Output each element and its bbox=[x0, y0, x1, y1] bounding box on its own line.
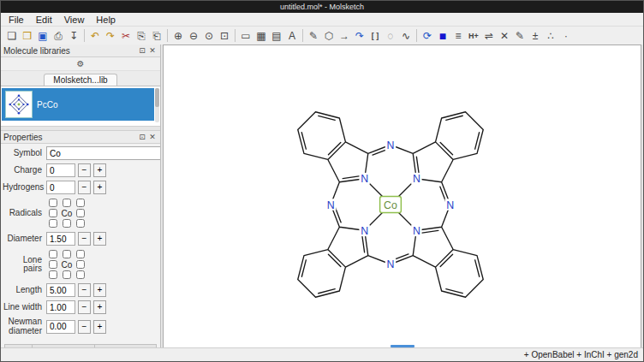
pcco-molecule[interactable]: N N N N N N N N bbox=[283, 97, 498, 312]
symbol-row: Symbol bbox=[3, 146, 157, 160]
export-button[interactable]: ↧ bbox=[66, 28, 81, 44]
drawing-canvas[interactable]: N N N N N N N N bbox=[163, 45, 641, 348]
pencil-button[interactable]: ✎ bbox=[512, 28, 528, 44]
lasso-tool-button[interactable]: ◌ bbox=[383, 28, 398, 44]
insert-image-button[interactable]: ▦ bbox=[253, 28, 269, 44]
diameter-increment-button[interactable]: + bbox=[93, 232, 106, 246]
newman-increment-button[interactable]: + bbox=[93, 320, 106, 334]
line-width-row: Line width − + bbox=[3, 300, 157, 314]
lone-pair-checkbox[interactable] bbox=[76, 250, 85, 258]
redo-button[interactable]: ↷ bbox=[103, 28, 118, 44]
library-item-pcco[interactable]: PcCo bbox=[2, 88, 154, 121]
menu-view[interactable]: View bbox=[58, 14, 91, 26]
radical-checkbox[interactable] bbox=[63, 219, 71, 228]
newman-decrement-button[interactable]: − bbox=[78, 320, 91, 334]
close-panel-icon[interactable]: ✕ bbox=[147, 132, 158, 142]
copy-button[interactable]: ⎘ bbox=[134, 28, 149, 44]
menu-edit[interactable]: Edit bbox=[30, 14, 58, 26]
charge-increment-button[interactable]: + bbox=[93, 163, 106, 177]
bracket-tool-button[interactable]: [ ] bbox=[367, 28, 383, 44]
cut-button[interactable]: ✂ bbox=[118, 28, 134, 44]
nitrogen-atom-label[interactable]: N bbox=[413, 173, 420, 185]
lone-pair-checkbox[interactable] bbox=[63, 250, 71, 258]
hydrogens-increment-button[interactable]: + bbox=[93, 181, 106, 194]
lone-pair-checkbox[interactable] bbox=[49, 260, 57, 269]
flip-button[interactable]: ⇌ bbox=[481, 28, 497, 44]
nitrogen-atom-label[interactable]: N bbox=[387, 139, 395, 151]
radical-button[interactable]: ∙ bbox=[558, 28, 574, 44]
open-button[interactable]: ❒ bbox=[20, 28, 35, 44]
float-panel-icon[interactable]: ⊡ bbox=[137, 132, 147, 142]
diameter-field[interactable] bbox=[46, 232, 75, 246]
radical-checkbox[interactable] bbox=[76, 219, 85, 228]
close-panel-icon[interactable]: ✕ bbox=[147, 45, 158, 56]
line-width-decrement-button[interactable]: − bbox=[78, 300, 91, 314]
lone-pair-checkbox[interactable] bbox=[63, 270, 71, 279]
new-button[interactable]: ❏ bbox=[4, 28, 20, 44]
nitrogen-atom-label[interactable]: N bbox=[413, 225, 420, 237]
length-field[interactable] bbox=[46, 283, 75, 297]
draw-tool-button[interactable]: ✎ bbox=[306, 28, 321, 44]
nitrogen-atom-label[interactable]: N bbox=[361, 173, 368, 185]
hydrogen-add-button[interactable]: H+ bbox=[466, 28, 481, 44]
diameter-decrement-button[interactable]: − bbox=[78, 232, 91, 246]
insert-frame-button[interactable]: ▭ bbox=[238, 28, 253, 44]
float-panel-icon[interactable]: ⊡ bbox=[137, 45, 147, 56]
radical-checkbox[interactable] bbox=[63, 199, 71, 207]
chain-tool-button[interactable]: ∿ bbox=[398, 28, 414, 44]
menu-file[interactable]: File bbox=[3, 14, 30, 26]
title-bar[interactable]: untitled.mol* - Molsketch bbox=[1, 1, 643, 13]
lone-pair-checkbox[interactable] bbox=[49, 270, 57, 279]
hydrogens-field[interactable] bbox=[46, 181, 75, 194]
charge-decrement-button[interactable]: − bbox=[78, 163, 91, 177]
zoom-fit-button[interactable]: ⊡ bbox=[217, 28, 232, 44]
library-panel-header: Molecule libraries ⊡ ✕ bbox=[1, 45, 160, 57]
tab-molsketch-lib[interactable]: Molsketch...lib bbox=[44, 74, 116, 86]
mechanism-arrow-button[interactable]: ↷ bbox=[352, 28, 367, 44]
newman-diameter-field[interactable] bbox=[46, 320, 75, 334]
cobalt-atom[interactable]: Co bbox=[380, 196, 402, 212]
insert-text-button[interactable]: A bbox=[284, 28, 300, 44]
line-width-field[interactable] bbox=[46, 300, 75, 314]
undo-button[interactable]: ↶ bbox=[87, 28, 103, 44]
lone-pair-button[interactable]: ∴ bbox=[543, 28, 558, 44]
nitrogen-atom-label[interactable]: N bbox=[361, 225, 368, 237]
radical-checkbox[interactable] bbox=[76, 209, 85, 217]
nitrogen-atom-label[interactable]: N bbox=[327, 199, 335, 211]
optimize-button[interactable]: ⟳ bbox=[420, 28, 435, 44]
charge-button[interactable]: ± bbox=[528, 28, 543, 44]
ring-tool-button[interactable]: ⬡ bbox=[321, 28, 337, 44]
menu-help[interactable]: Help bbox=[90, 14, 122, 26]
print-button[interactable]: ⎙ bbox=[51, 28, 66, 44]
reaction-arrow-button[interactable]: → bbox=[337, 28, 352, 44]
radical-checkbox[interactable] bbox=[49, 219, 57, 228]
symbol-field[interactable] bbox=[46, 146, 160, 160]
delete-button[interactable]: ✕ bbox=[497, 28, 512, 44]
hydrogens-decrement-button[interactable]: − bbox=[78, 181, 91, 194]
zoom-out-button[interactable]: ⊖ bbox=[186, 28, 201, 44]
library-settings-icon[interactable]: ⚙ bbox=[74, 57, 87, 70]
radical-checkbox[interactable] bbox=[76, 199, 85, 207]
lone-pair-checkbox[interactable] bbox=[76, 260, 85, 269]
library-scrollbar[interactable] bbox=[155, 88, 159, 122]
zoom-original-button[interactable]: ⊙ bbox=[201, 28, 217, 44]
length-increment-button[interactable]: + bbox=[93, 283, 106, 297]
cobalt-atom-label[interactable]: Co bbox=[384, 199, 397, 211]
insert-table-button[interactable]: ▤ bbox=[269, 28, 284, 44]
radical-checkbox[interactable] bbox=[49, 209, 57, 217]
charge-field[interactable] bbox=[46, 163, 75, 177]
zoom-in-button[interactable]: ⊕ bbox=[170, 28, 186, 44]
radical-checkbox[interactable] bbox=[49, 199, 57, 207]
line-width-button[interactable]: ≡ bbox=[450, 28, 466, 44]
lone-pair-checkbox[interactable] bbox=[49, 250, 57, 258]
color-swatch-button[interactable]: ■ bbox=[435, 28, 450, 44]
save-button[interactable]: ▣ bbox=[35, 28, 51, 44]
line-width-increment-button[interactable]: + bbox=[93, 300, 106, 314]
paste-button[interactable]: ⎗ bbox=[149, 28, 164, 44]
main-toolbar: ❏ ❒ ▣ ⎙ ↧ ↶ ↷ ✂ ⎘ ⎗ ⊕ ⊖ ⊙ ⊡ bbox=[1, 27, 643, 45]
length-decrement-button[interactable]: − bbox=[78, 283, 91, 297]
nitrogen-atom-label[interactable]: N bbox=[446, 199, 454, 211]
nitrogen-atom-label[interactable]: N bbox=[387, 258, 395, 270]
window-title: untitled.mol* - Molsketch bbox=[280, 3, 364, 11]
lone-pair-checkbox[interactable] bbox=[76, 270, 85, 279]
